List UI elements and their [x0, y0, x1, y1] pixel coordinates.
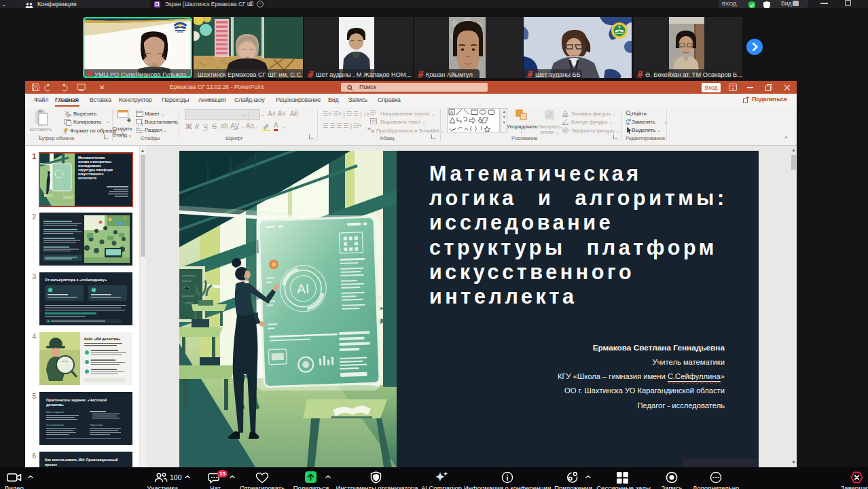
svg-text:структуры платформ: структуры платформ: [78, 168, 113, 172]
svg-text:Шет ауданы . М Жапақов НОМ...: Шет ауданы . М Жапақов НОМ...: [316, 71, 411, 78]
svg-text:логика и алгоритмы:: логика и алгоритмы:: [78, 160, 112, 164]
svg-text:Қошан Айымгүл: Қошан Айымгүл: [426, 71, 473, 78]
svg-text:AI: AI: [297, 282, 310, 297]
svg-text:Шахтинск Ермакова СГ ШГ им. С.: Шахтинск Ермакова СГ ШГ им. С.С...: [198, 71, 303, 78]
svg-text:Ә. Бөкейхан ат. ТМ Осакаров Б.: Ә. Бөкейхан ат. ТМ Осакаров Б...: [645, 71, 742, 78]
svg-text:детектив»: детектив»: [46, 403, 64, 407]
svg-text:Кейс «ИИ детектив»: Кейс «ИИ детектив»: [84, 337, 120, 341]
svg-text:От калькулятора к «собеседнику: От калькулятора к «собеседнику»: [45, 278, 107, 282]
svg-text:Установление: Установление: [46, 423, 65, 427]
svg-text:проект: проект: [45, 463, 58, 467]
svg-text:А: А: [450, 110, 454, 115]
svg-text:Подсказка: Подсказка: [90, 423, 103, 427]
svg-text:исследование: исследование: [78, 164, 101, 168]
svg-text:Практическое задание: «Числово: Практическое задание: «Числовой: [46, 398, 107, 402]
svg-text:интеллекта: интеллекта: [78, 177, 96, 180]
svg-text:Математическая: Математическая: [78, 156, 105, 160]
svg-text:Шет ауданы ББ: Шет ауданы ББ: [535, 71, 581, 78]
svg-text:Как использовать ИИ: Провокаци: Как использовать ИИ: Провокационный: [45, 458, 118, 462]
svg-text:искусственного: искусственного: [78, 173, 103, 176]
svg-text:Цель задания: Цель задания: [46, 410, 64, 414]
